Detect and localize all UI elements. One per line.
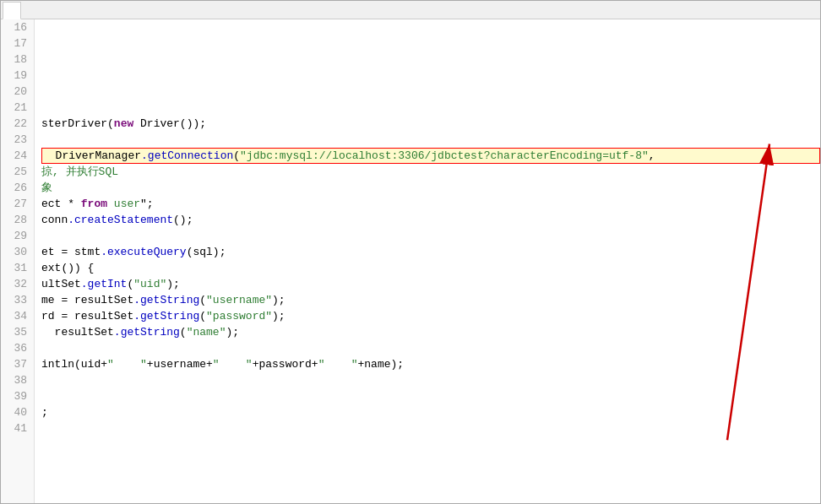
table-row: ext()) {: [41, 260, 820, 276]
table-row: ;: [41, 404, 820, 420]
main-window: 1617181920212223242526272829303132333435…: [0, 0, 821, 504]
table-row: resultSet.getString("name");: [41, 324, 820, 340]
table-row: ect * from user";: [41, 196, 820, 212]
table-row: [41, 35, 820, 51]
table-row: ultSet.getInt("uid");: [41, 276, 820, 292]
table-row: rd = resultSet.getString("password");: [41, 308, 820, 324]
line-numbers: 1617181920212223242526272829303132333435…: [1, 19, 35, 503]
table-row: intln(uid+" "+username+" "+password+" "+…: [41, 356, 820, 372]
table-row: [41, 84, 820, 100]
table-row: [41, 68, 820, 84]
table-row: 掠, 并执行SQL: [41, 164, 820, 180]
table-row: [41, 340, 820, 356]
table-row: [41, 132, 820, 148]
table-row: [41, 51, 820, 68]
table-row: sterDriver(new Driver());: [41, 116, 820, 132]
table-row: [41, 388, 820, 404]
table-row: [41, 420, 820, 436]
table-row: conn.createStatement();: [41, 212, 820, 228]
table-row: [41, 228, 820, 244]
table-row: et = stmt.executeQuery(sql);: [41, 244, 820, 260]
tab-jdbcdemo1[interactable]: [3, 2, 21, 19]
restore-icon[interactable]: [810, 8, 817, 12]
code-content[interactable]: sterDriver(new Driver()); DriverManager.…: [35, 19, 820, 503]
table-row: DriverManager.getConnection("jdbc:mysql:…: [41, 148, 820, 164]
table-row: [41, 19, 820, 35]
table-row: [41, 100, 820, 116]
table-row: [41, 372, 820, 388]
table-row: me = resultSet.getString("username");: [41, 292, 820, 308]
table-row: 象: [41, 180, 820, 196]
tab-bar: [1, 1, 820, 19]
editor-area: 1617181920212223242526272829303132333435…: [1, 19, 820, 503]
